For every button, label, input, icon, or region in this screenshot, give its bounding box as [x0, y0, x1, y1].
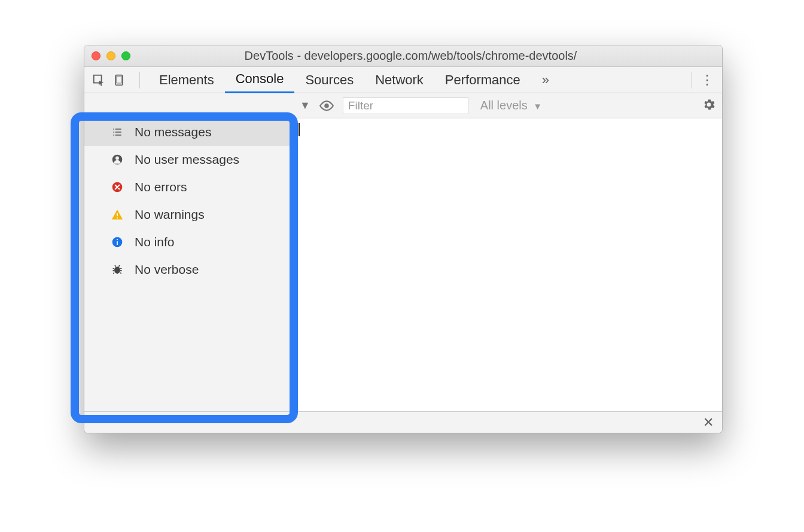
separator	[139, 72, 140, 88]
bug-icon	[111, 263, 124, 276]
error-icon	[111, 181, 124, 194]
tab-console[interactable]: Console	[225, 67, 295, 93]
more-options-button[interactable]: ⋮	[698, 72, 716, 88]
tab-performance[interactable]: Performance	[434, 67, 531, 93]
tab-network[interactable]: Network	[364, 67, 434, 93]
sidebar-item-label: No errors	[135, 180, 187, 194]
separator	[692, 72, 692, 88]
sidebar-item-verbose[interactable]: No verbose	[84, 256, 293, 283]
context-dropdown-icon[interactable]: ▼	[300, 99, 310, 112]
zoom-window-button[interactable]	[121, 51, 130, 60]
sidebar-item-warnings[interactable]: No warnings	[84, 201, 293, 228]
tabs-overflow-button[interactable]: »	[536, 72, 555, 88]
svg-rect-2	[117, 76, 121, 83]
titlebar: DevTools - developers.google.com/web/too…	[84, 45, 722, 67]
console-toolbar: ▼ All levels ▼	[84, 93, 722, 118]
sidebar-item-label: No info	[135, 235, 175, 249]
sidebar-item-errors[interactable]: No errors	[84, 173, 293, 201]
close-drawer-button[interactable]: ✕	[703, 415, 714, 430]
console-settings-icon[interactable]	[702, 97, 716, 114]
sidebar-item-messages[interactable]: No messages	[84, 118, 293, 146]
svg-rect-11	[117, 239, 118, 240]
sidebar-item-label: No verbose	[135, 262, 199, 277]
svg-point-5	[115, 157, 119, 160]
svg-point-3	[324, 103, 329, 108]
sidebar-item-label: No messages	[135, 125, 211, 139]
drawer-footer: ✕	[84, 411, 722, 433]
window-controls	[92, 51, 130, 60]
live-expression-icon[interactable]	[319, 98, 334, 114]
log-levels-label: All levels	[480, 99, 528, 112]
filter-input[interactable]	[343, 97, 468, 114]
console-output[interactable]	[294, 118, 722, 411]
devtools-window: DevTools - developers.google.com/web/too…	[84, 45, 723, 433]
sidebar-item-user-messages[interactable]: No user messages	[84, 146, 293, 173]
svg-rect-7	[117, 213, 118, 216]
window-title: DevTools - developers.google.com/web/too…	[142, 49, 715, 63]
tab-sources[interactable]: Sources	[294, 67, 364, 93]
log-levels-dropdown[interactable]: All levels ▼	[480, 99, 542, 112]
dropdown-icon: ▼	[533, 101, 542, 111]
svg-rect-8	[117, 218, 118, 219]
close-window-button[interactable]	[92, 51, 100, 60]
tab-bar: Elements Console Sources Network Perform…	[84, 67, 722, 93]
tab-elements[interactable]: Elements	[148, 67, 225, 93]
minimize-window-button[interactable]	[106, 51, 115, 60]
svg-rect-10	[117, 241, 118, 245]
device-toggle-icon[interactable]	[111, 72, 127, 88]
inspect-element-icon[interactable]	[90, 72, 107, 88]
warning-icon	[111, 208, 124, 221]
console-sidebar: No messages No user messages No errors N…	[84, 118, 294, 411]
sidebar-item-label: No user messages	[135, 152, 239, 167]
sidebar-item-info[interactable]: No info	[84, 228, 293, 256]
list-icon	[111, 126, 124, 139]
sidebar-item-label: No warnings	[135, 207, 205, 222]
main-area: No messages No user messages No errors N…	[84, 118, 722, 411]
info-icon	[111, 236, 124, 249]
user-icon	[111, 153, 124, 166]
input-cursor	[299, 123, 300, 136]
